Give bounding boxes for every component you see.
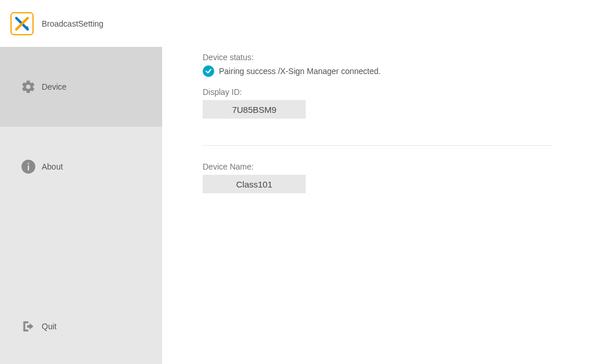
exit-icon	[21, 319, 36, 334]
app-body: Device About	[0, 47, 593, 364]
app-root: BroadcastSetting Device	[0, 0, 593, 364]
device-name-label: Device Name:	[203, 162, 552, 171]
display-id-value: 7U85BSM9	[203, 100, 306, 119]
app-logo	[10, 12, 34, 35]
app-title: BroadcastSetting	[42, 19, 104, 28]
device-name-value[interactable]: Class101	[203, 175, 306, 193]
svg-rect-1	[28, 166, 29, 171]
sidebar-item-label: Device	[42, 82, 67, 91]
sidebar-item-quit[interactable]: Quit	[0, 289, 162, 364]
check-circle-icon	[203, 65, 214, 77]
main-content: Device status: Pairing success /X-Sign M…	[162, 47, 593, 364]
sidebar-item-about[interactable]: About	[0, 127, 162, 207]
device-status-label: Device status:	[203, 53, 552, 62]
svg-rect-2	[28, 163, 29, 164]
display-id-label: Display ID:	[203, 87, 552, 97]
sidebar-spacer	[0, 207, 162, 289]
section-divider	[203, 145, 552, 146]
x-sign-logo-icon	[14, 16, 30, 32]
sidebar-item-device[interactable]: Device	[0, 47, 162, 127]
app-header: BroadcastSetting	[0, 0, 593, 47]
device-status-row: Pairing success /X-Sign Manager connecte…	[203, 65, 552, 77]
sidebar: Device About	[0, 47, 162, 364]
sidebar-quit-label: Quit	[42, 322, 57, 331]
device-status-text: Pairing success /X-Sign Manager connecte…	[219, 67, 380, 76]
info-icon	[21, 159, 36, 174]
gear-icon	[21, 79, 36, 94]
sidebar-item-label: About	[42, 162, 63, 171]
